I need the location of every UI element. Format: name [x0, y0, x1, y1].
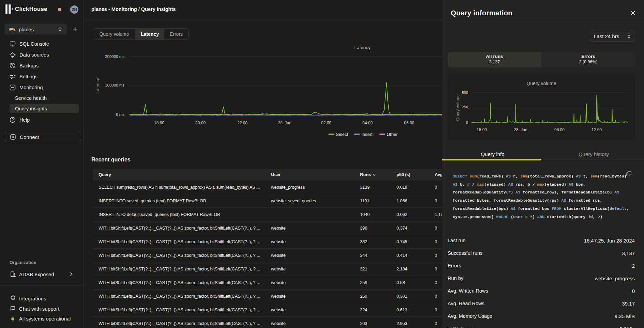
svg-text:250: 250 — [462, 105, 468, 109]
svg-text:Latency: Latency — [95, 78, 100, 94]
svg-text:18:00: 18:00 — [477, 127, 487, 132]
svg-text:20:00: 20:00 — [195, 121, 206, 125]
svg-text:Query volume: Query volume — [526, 81, 556, 86]
svg-text:04:00: 04:00 — [362, 121, 373, 125]
svg-text:Latency: Latency — [354, 45, 371, 50]
svg-text:28. Jun: 28. Jun — [514, 127, 527, 132]
svg-text:Query volume: Query volume — [455, 94, 460, 121]
svg-text:0 ms: 0 ms — [116, 112, 124, 116]
svg-text:12:00: 12:00 — [591, 127, 602, 132]
svg-text:28. Jun: 28. Jun — [278, 121, 291, 125]
svg-text:06:00: 06:00 — [404, 121, 414, 125]
svg-text:Other: Other — [387, 132, 398, 137]
svg-text:500: 500 — [462, 91, 468, 95]
svg-text:aws: aws — [9, 27, 15, 30]
svg-text:18:00: 18:00 — [154, 121, 164, 125]
svg-text:100000 ms: 100000 ms — [105, 83, 124, 87]
svg-text:02:00: 02:00 — [321, 121, 331, 125]
svg-text:Insert: Insert — [361, 132, 373, 137]
svg-text:0: 0 — [466, 121, 468, 125]
svg-text:06:00: 06:00 — [554, 127, 565, 132]
svg-text:22:00: 22:00 — [237, 121, 248, 125]
svg-text:200000 ms: 200000 ms — [105, 54, 124, 59]
svg-text:Select: Select — [336, 132, 348, 137]
